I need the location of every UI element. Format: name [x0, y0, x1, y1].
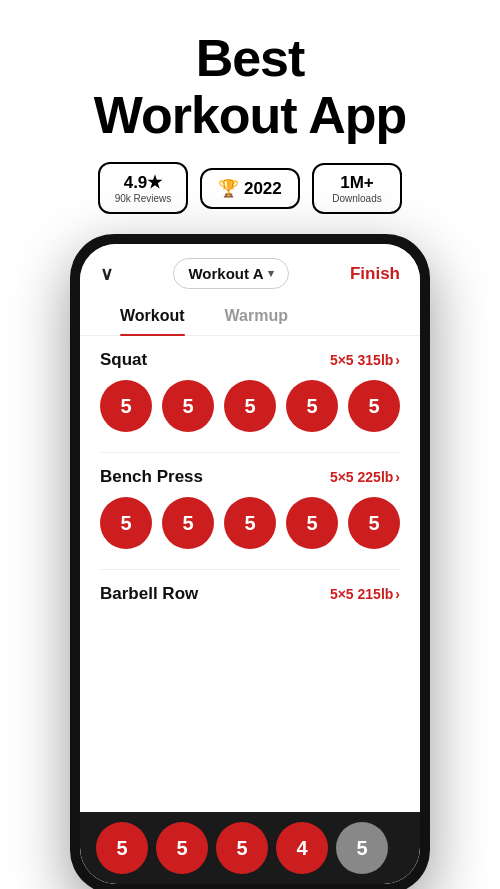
badges-row: 4.9★ 90k Reviews 🏆 2022 1M+ Downloads — [98, 162, 402, 214]
squat-name: Squat — [100, 350, 147, 370]
exercise-squat: Squat 5×5 315lb › 5 5 5 5 5 — [80, 336, 420, 452]
phone-topbar: ∨ Workout A ▾ Finish — [80, 244, 420, 297]
tab-warmup[interactable]: Warmup — [205, 297, 308, 335]
bench-set-5[interactable]: 5 — [348, 497, 400, 549]
barbell-name: Barbell Row — [100, 584, 198, 604]
squat-header: Squat 5×5 315lb › — [100, 350, 400, 370]
bench-sets[interactable]: 5×5 225lb › — [330, 469, 400, 485]
title-line2: Workout App — [94, 86, 407, 144]
award-badge: 🏆 2022 — [200, 168, 300, 209]
app-header: Best Workout App — [0, 0, 500, 162]
barbell-header: Barbell Row 5×5 215lb › — [100, 584, 400, 604]
bench-circles: 5 5 5 5 5 — [100, 497, 400, 563]
phone-outer: ∨ Workout A ▾ Finish Workout Warmup Squa… — [70, 234, 430, 889]
workout-selector[interactable]: Workout A ▾ — [173, 258, 289, 289]
header-title: Best Workout App — [20, 30, 480, 144]
chevron-down-icon[interactable]: ∨ — [100, 263, 113, 285]
rating-badge: 4.9★ 90k Reviews — [98, 162, 188, 214]
bottom-set-bar: 5 5 5 4 5 — [80, 812, 420, 884]
downloads-badge: 1M+ Downloads — [312, 163, 402, 214]
tabs-row: Workout Warmup — [80, 297, 420, 336]
rating-value: 4.9★ — [124, 172, 163, 193]
squat-sets[interactable]: 5×5 315lb › — [330, 352, 400, 368]
phone-mockup: ∨ Workout A ▾ Finish Workout Warmup Squa… — [70, 234, 430, 889]
bottom-set-2[interactable]: 5 — [156, 822, 208, 874]
barbell-sets[interactable]: 5×5 215lb › — [330, 586, 400, 602]
squat-circles: 5 5 5 5 5 — [100, 380, 400, 446]
squat-set-2[interactable]: 5 — [162, 380, 214, 432]
title-line1: Best — [196, 29, 305, 87]
bottom-set-1[interactable]: 5 — [96, 822, 148, 874]
bench-name: Bench Press — [100, 467, 203, 487]
workout-selector-label: Workout A — [188, 265, 263, 282]
exercise-barbell-row: Barbell Row 5×5 215lb › — [80, 570, 420, 620]
squat-set-4[interactable]: 5 — [286, 380, 338, 432]
bench-set-2[interactable]: 5 — [162, 497, 214, 549]
bench-set-4[interactable]: 5 — [286, 497, 338, 549]
phone-screen: ∨ Workout A ▾ Finish Workout Warmup Squa… — [80, 244, 420, 884]
chevron-right-icon: › — [395, 352, 400, 368]
bottom-set-5[interactable]: 5 — [336, 822, 388, 874]
bench-header: Bench Press 5×5 225lb › — [100, 467, 400, 487]
squat-set-3[interactable]: 5 — [224, 380, 276, 432]
award-value: 🏆 2022 — [218, 178, 282, 199]
exercise-list: Squat 5×5 315lb › 5 5 5 5 5 — [80, 336, 420, 812]
tab-workout[interactable]: Workout — [100, 297, 205, 335]
dropdown-arrow-icon: ▾ — [268, 267, 274, 280]
bench-set-3[interactable]: 5 — [224, 497, 276, 549]
squat-set-5[interactable]: 5 — [348, 380, 400, 432]
exercise-bench-press: Bench Press 5×5 225lb › 5 5 5 5 5 — [80, 453, 420, 569]
bottom-set-3[interactable]: 5 — [216, 822, 268, 874]
downloads-value: 1M+ — [340, 173, 374, 193]
bottom-set-4[interactable]: 4 — [276, 822, 328, 874]
chevron-right-icon-barbell: › — [395, 586, 400, 602]
finish-button[interactable]: Finish — [350, 264, 400, 284]
squat-set-1[interactable]: 5 — [100, 380, 152, 432]
bench-set-1[interactable]: 5 — [100, 497, 152, 549]
downloads-sub: Downloads — [332, 193, 381, 204]
bottom-circles: 5 5 5 4 5 — [96, 822, 404, 874]
rating-sub: 90k Reviews — [115, 193, 172, 204]
chevron-right-icon-bench: › — [395, 469, 400, 485]
